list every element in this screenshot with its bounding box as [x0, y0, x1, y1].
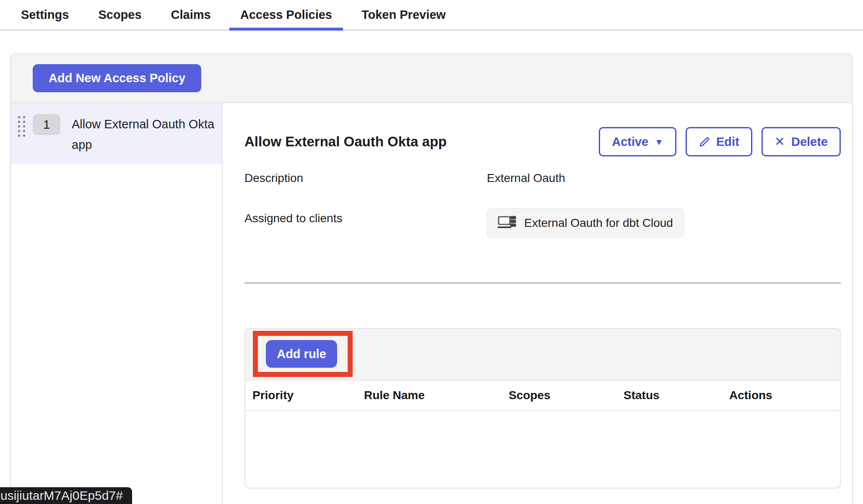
- policy-list-item-label: Allow External Oauth Okta app: [72, 114, 218, 155]
- rules-table-empty-body: [245, 411, 840, 491]
- policy-title: Allow External Oauth Okta app: [244, 134, 447, 150]
- annotation-highlight-box: Add rule: [253, 331, 353, 377]
- link-preview-text: usijiutarM7Aj0Ep5d7#: [0, 488, 123, 502]
- pencil-icon: [699, 136, 710, 148]
- laptop-client-icon: [498, 216, 517, 231]
- add-new-access-policy-button[interactable]: Add New Access Policy: [33, 64, 201, 92]
- assigned-client-name: External Oauth for dbt Cloud: [524, 216, 673, 230]
- tab-claims[interactable]: Claims: [160, 0, 222, 29]
- policy-action-buttons: Active ▼ Edit ✕ Delete: [599, 127, 841, 156]
- policy-priority-badge: 1: [33, 114, 60, 135]
- assigned-client-chip: External Oauth for dbt Cloud: [487, 208, 684, 238]
- chevron-down-icon: ▼: [655, 138, 663, 146]
- tab-bar: Settings Scopes Claims Access Policies T…: [0, 0, 863, 31]
- tab-token-preview[interactable]: Token Preview: [351, 0, 457, 29]
- policy-list-item[interactable]: 1 Allow External Oauth Okta app: [11, 103, 222, 164]
- tab-access-policies[interactable]: Access Policies: [229, 0, 343, 29]
- add-rule-button[interactable]: Add rule: [266, 340, 337, 368]
- rules-panel: Add rule Priority Rule Name Scopes Statu…: [244, 328, 841, 488]
- edit-button[interactable]: Edit: [686, 127, 752, 156]
- rules-col-actions: Actions: [729, 389, 840, 402]
- close-icon: ✕: [775, 135, 785, 148]
- status-dropdown-button[interactable]: Active ▼: [599, 127, 676, 156]
- edit-button-label: Edit: [716, 135, 739, 149]
- drag-handle-icon[interactable]: [18, 116, 26, 138]
- policy-detail: Allow External Oauth Okta app Active ▼ E…: [223, 103, 852, 504]
- rules-col-priority: Priority: [252, 389, 364, 402]
- rules-col-scopes: Scopes: [509, 389, 624, 402]
- access-policies-panel: Add New Access Policy 1: [10, 53, 853, 504]
- policy-list: 1 Allow External Oauth Okta app: [11, 103, 223, 504]
- description-value: External Oauth: [487, 171, 841, 185]
- delete-button-label: Delete: [791, 135, 828, 149]
- panel-header: Add New Access Policy: [11, 54, 852, 103]
- tab-scopes[interactable]: Scopes: [87, 0, 152, 29]
- rules-table-header-row: Priority Rule Name Scopes Status Actions: [245, 381, 840, 411]
- delete-button[interactable]: ✕ Delete: [762, 127, 841, 156]
- description-label: Description: [244, 171, 487, 185]
- tab-settings[interactable]: Settings: [10, 0, 80, 29]
- rules-col-status: Status: [624, 389, 729, 402]
- rules-panel-header: Add rule: [245, 329, 840, 381]
- assigned-clients-label: Assigned to clients: [244, 212, 487, 225]
- section-divider: [244, 282, 841, 284]
- link-preview-statusbar: usijiutarM7Aj0Ep5d7#: [0, 487, 132, 504]
- rules-col-rule-name: Rule Name: [364, 389, 509, 402]
- status-dropdown-label: Active: [612, 135, 648, 149]
